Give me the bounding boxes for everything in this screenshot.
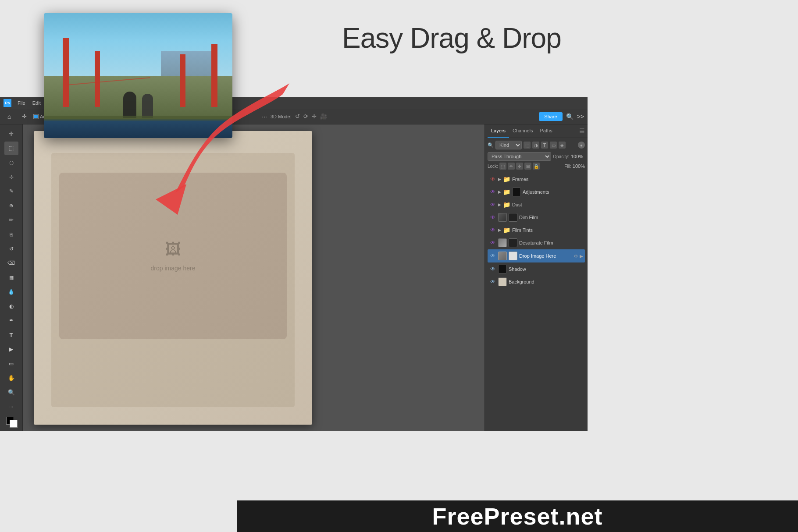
move-tool-icon[interactable]: ✛ <box>18 111 30 122</box>
ps-inner-frame: 🖼 drop image here <box>51 153 295 407</box>
lasso-tool[interactable]: ◌ <box>4 156 18 170</box>
eye-frames[interactable]: 👁 <box>489 176 496 183</box>
eye-background[interactable]: 👁 <box>489 278 496 285</box>
crop-tool[interactable]: ⊹ <box>4 170 18 184</box>
adj-layer-thumb <box>512 188 521 196</box>
layer-name-desaturate-film: Desaturate Film <box>519 240 583 245</box>
more-tools[interactable]: ··· <box>4 400 18 414</box>
layer-adjustments[interactable]: 👁 ▶ 📁 Adjustments <box>488 186 585 198</box>
layer-background[interactable]: 👁 Background <box>488 276 585 288</box>
tab-channels[interactable]: Channels <box>509 124 536 138</box>
panel-expand-icon[interactable]: >> <box>577 113 584 120</box>
filter-icon-pixel[interactable]: ⬚ <box>524 142 531 149</box>
background-thumb <box>498 277 507 286</box>
folder-icon-adjustments: 📁 <box>503 188 510 195</box>
shape-tool[interactable]: ▭ <box>4 357 18 370</box>
main-heading: Easy Drag & Drop <box>342 22 561 54</box>
menu-edit[interactable]: Edit <box>30 99 43 106</box>
eraser-tool[interactable]: ⌫ <box>4 256 18 270</box>
opacity-value: 100% <box>571 154 585 159</box>
brush-tool[interactable]: ✏ <box>4 213 18 227</box>
lock-transparent-icon[interactable]: ⬚ <box>499 163 506 170</box>
filter-icon-shape[interactable]: ▭ <box>550 142 557 149</box>
layer-name-frames: Frames <box>512 177 583 182</box>
clone-tool[interactable]: ⎘ <box>4 227 18 241</box>
blend-mode-select[interactable]: Pass Through <box>488 152 551 161</box>
layer-name-background: Background <box>509 279 583 284</box>
pen-tool[interactable]: ✒ <box>4 314 18 327</box>
eyedropper-tool[interactable]: ✎ <box>4 184 18 198</box>
ps-logo: Ps <box>4 99 11 107</box>
blur-tool[interactable]: 💧 <box>4 285 18 298</box>
eye-dust[interactable]: 👁 <box>489 201 496 208</box>
opacity-label: Opacity: <box>553 154 569 159</box>
share-button[interactable]: Share <box>539 112 562 121</box>
layer-filter-select[interactable]: Kind <box>495 141 522 149</box>
3d-pan-icon[interactable]: ✛ <box>312 113 317 120</box>
eye-drop-image[interactable]: 👁 <box>489 252 496 259</box>
arrow-film-tints[interactable]: ▶ <box>498 228 501 232</box>
folder-icon-frames: 📁 <box>503 176 510 183</box>
eye-adjustments[interactable]: 👁 <box>489 188 496 195</box>
arrow-adjustments[interactable]: ▶ <box>498 190 501 194</box>
ps-canvas: 🖼 drop image here <box>23 124 484 431</box>
watermark-text: FreePreset.net <box>432 503 602 530</box>
path-select-tool[interactable]: ▶ <box>4 342 18 356</box>
type-tool[interactable]: T <box>4 328 18 342</box>
filter-icon-smart[interactable]: ◈ <box>559 142 566 149</box>
zoom-tool[interactable]: 🔍 <box>4 386 18 399</box>
fill-label: Fill: <box>564 164 571 169</box>
lock-artboard-icon[interactable]: ⊞ <box>524 163 531 170</box>
eye-dim-film[interactable]: 👁 <box>489 214 496 221</box>
photo-content <box>44 13 232 138</box>
filter-icon-adjustment[interactable]: ◑ <box>532 142 539 149</box>
layer-extra-icon2[interactable]: ▶ <box>580 254 583 259</box>
panel-options-icon[interactable]: ☰ <box>579 128 585 135</box>
layer-film-tints[interactable]: 👁 ▶ 📁 Film Tints <box>488 224 585 236</box>
filter-icon-type[interactable]: T <box>541 142 548 149</box>
eye-film-tints[interactable]: 👁 <box>489 227 496 234</box>
shadow-thumb <box>498 265 507 273</box>
spot-heal-tool[interactable]: ⊕ <box>4 199 18 213</box>
arrow-dust[interactable]: ▶ <box>498 202 501 207</box>
ps-panel-tab-bar: Layers Channels Paths ☰ <box>485 124 588 138</box>
3d-rotate-icon[interactable]: ⟳ <box>303 113 308 120</box>
filter-toggle[interactable]: ● <box>578 142 585 149</box>
layer-name-shadow: Shadow <box>509 266 583 272</box>
search-icon[interactable]: 🔍 <box>566 113 574 120</box>
ps-drop-zone[interactable]: 🖼 drop image here <box>59 173 287 339</box>
ps-left-toolbar: ✛ ⬚ ◌ ⊹ ✎ ⊕ ✏ ⎘ ↺ ⌫ ▦ 💧 ◐ ✒ T ▶ ▭ ✋ 🔍 ··… <box>0 124 23 431</box>
home-icon[interactable]: ⌂ <box>4 111 15 122</box>
drop-image-thumb1 <box>498 252 507 260</box>
more-options-icon[interactable]: ··· <box>262 113 267 120</box>
layer-desaturate-film[interactable]: 👁 Desaturate Film <box>488 237 585 249</box>
history-brush-tool[interactable]: ↺ <box>4 242 18 255</box>
selection-move-tool[interactable]: ✛ <box>4 127 18 141</box>
lock-position-icon[interactable]: ✛ <box>516 163 523 170</box>
lock-paint-icon[interactable]: ✏ <box>508 163 515 170</box>
3d-camera-icon[interactable]: 🎥 <box>320 113 327 120</box>
marquee-tool[interactable]: ⬚ <box>4 142 18 155</box>
3d-orbit-icon[interactable]: ↺ <box>295 113 300 120</box>
layer-frames[interactable]: 👁 ▶ 📁 Frames <box>488 173 585 185</box>
folder-icon-dust: 📁 <box>503 201 510 208</box>
layer-shadow[interactable]: 👁 Shadow <box>488 263 585 275</box>
gradient-tool[interactable]: ▦ <box>4 271 18 284</box>
layer-dust[interactable]: 👁 ▶ 📁 Dust <box>488 199 585 211</box>
lock-all-icon[interactable]: 🔒 <box>533 163 540 170</box>
menu-file[interactable]: File <box>15 99 28 106</box>
dodge-tool[interactable]: ◐ <box>4 299 18 313</box>
drop-image-thumb2 <box>509 252 517 260</box>
ps-main-area: ✛ ⬚ ◌ ⊹ ✎ ⊕ ✏ ⎘ ↺ ⌫ ▦ 💧 ◐ ✒ T ▶ ▭ ✋ 🔍 ··… <box>0 124 588 431</box>
tab-layers[interactable]: Layers <box>488 124 509 138</box>
layer-extra-icon1[interactable]: ⚙ <box>574 254 578 259</box>
layers-panel-content: 🔍 Kind ⬚ ◑ T ▭ ◈ ● Pass Through Opacity:… <box>485 138 588 431</box>
layer-drop-image[interactable]: 👁 Drop Image Here ⚙ ▶ <box>488 249 585 262</box>
layer-dim-film[interactable]: 👁 Dim Film <box>488 211 585 223</box>
foreground-bg-colors[interactable] <box>4 415 18 429</box>
arrow-frames[interactable]: ▶ <box>498 177 501 181</box>
eye-desaturate-film[interactable]: 👁 <box>489 239 496 246</box>
eye-shadow[interactable]: 👁 <box>489 266 496 273</box>
tab-paths[interactable]: Paths <box>537 124 556 138</box>
hand-tool[interactable]: ✋ <box>4 371 18 385</box>
